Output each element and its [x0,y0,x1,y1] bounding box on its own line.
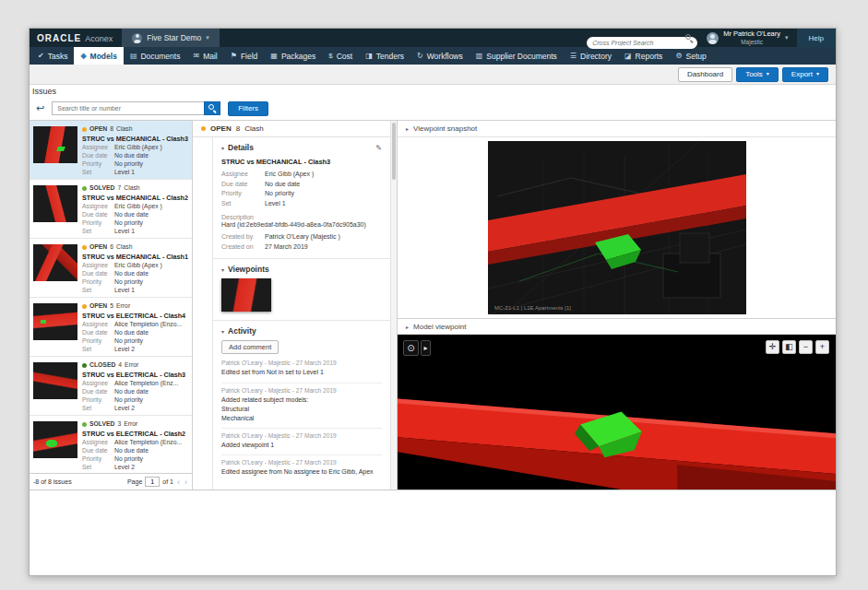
field-value: No due date [265,180,300,190]
set-value: Level 2 [114,405,188,413]
activity-header: Patrick O'Leary - Majestic - 27 March 20… [221,387,382,394]
section-button[interactable]: ◧ [782,340,796,354]
help-link[interactable]: Help [797,29,836,47]
issue-fields: Assignee Eric Gibb (Apex ) Due date No d… [221,170,382,208]
viewpoint-snapshot-image[interactable]: MC-Z1-L1 | L1E Apartments [1] [488,141,746,314]
prev-page-icon[interactable]: ‹ [176,478,181,487]
tab-models[interactable]: ◈ Models [74,47,123,65]
tools-button[interactable]: Tools▾ [736,67,779,82]
due-date-value: No due date [114,388,188,396]
user-menu[interactable]: Mr Patrick O'Leary Majestic ▾ [707,30,788,45]
created-on-value: 27 March 2019 [265,242,308,253]
viewpoints-section-title: Viewpoints [228,265,269,274]
priority-label: Priority [82,396,113,405]
tab-directory[interactable]: ☰ Directory [564,47,618,65]
set-label: Set [82,169,113,177]
issue-list: OPEN 8 Clash STRUC vs MECHANICAL - Clash… [30,121,192,473]
issue-number: 4 [118,361,122,370]
export-button[interactable]: Export▾ [782,67,828,82]
assignee-label: Assignee [82,439,113,447]
tab-documents[interactable]: ▤ Documents [124,47,187,65]
scrollbar[interactable] [390,121,397,490]
tab-field[interactable]: ⚑ Field [224,47,265,65]
set-label: Set [82,228,113,236]
issue-thumbnail [33,362,77,399]
issue-status: OPEN [89,243,107,252]
scrollbar-thumb[interactable] [392,123,396,180]
created-on-label: Created on [221,242,262,253]
chevron-down-icon[interactable]: ▾ [221,328,224,335]
cross-project-search-input[interactable] [587,37,697,49]
tab-tenders[interactable]: ◨ Tenders [359,47,410,65]
details-content: ▾ Details ✎ STRUC vs MECHANICAL - Clash3… [213,137,390,490]
issue-meta: OPEN 6 Clash STRUC vs MECHANICAL - Clash… [82,243,188,293]
issue-thumbnail [33,126,77,163]
visibility-eye-button[interactable]: ⊙ [403,340,419,356]
issue-status: SOLVED [89,184,114,193]
issue-number: 7 [117,184,121,193]
chevron-down-icon[interactable]: ▾ [221,145,224,151]
issue-list-item[interactable]: OPEN 6 Clash STRUC vs MECHANICAL - Clash… [30,239,192,298]
status-dot [82,304,87,309]
activity-entry: Patrick O'Leary - Majestic - 27 March 20… [221,384,382,429]
issue-details-body: ▾ Details ✎ STRUC vs MECHANICAL - Clash3… [193,137,397,490]
viewpoint-snapshot-header[interactable]: ▸ Viewpoint snapshot [398,121,836,137]
zoom-out-button[interactable]: − [799,340,813,354]
tab-label: Models [90,52,117,61]
assignee-label: Assignee [82,380,113,388]
issue-list-item[interactable]: SOLVED 7 Clash STRUC vs MECHANICAL - Cla… [30,180,192,239]
tab-mail[interactable]: ✉ Mail [186,47,223,65]
issue-number: 5 [110,302,113,311]
tab-setup[interactable]: ⚙ Setup [669,47,712,65]
issue-title: STRUC vs MECHANICAL - Clash2 [82,194,188,202]
search-button[interactable] [204,101,220,115]
tab-packages[interactable]: ▦ Packages [264,47,322,65]
search-icon[interactable] [685,34,694,42]
issue-list-item[interactable]: SOLVED 3 Error STRUC vs ELECTRICAL - Cla… [30,416,192,473]
filters-button[interactable]: Filters [228,101,268,116]
issue-type: Clash [116,125,132,134]
issue-search-input[interactable] [52,101,204,115]
tab-reports[interactable]: ◪ Reports [618,47,669,65]
zoom-in-button[interactable]: + [815,340,829,354]
chevron-right-icon: ▸ [406,324,409,330]
brand-aconex: Aconex [85,34,113,43]
set-label: Set [82,464,113,472]
dashboard-button[interactable]: Dashboard [678,67,732,82]
viewpoint-snapshot-title: Viewpoint snapshot [413,124,477,133]
issue-list-item[interactable]: OPEN 5 Error STRUC vs ELECTRICAL - Clash… [30,298,192,357]
issue-list-item[interactable]: CLOSED 4 Error STRUC vs ELECTRICAL - Cla… [30,357,192,416]
tab-label: Mail [203,52,218,61]
issue-list-item[interactable]: OPEN 8 Clash STRUC vs MECHANICAL - Clash… [30,121,192,180]
pan-button[interactable]: ✛ [766,340,779,354]
issue-title: STRUC vs MECHANICAL - Clash3 [82,135,188,143]
chevron-down-icon[interactable]: ▾ [221,266,224,273]
bottom-filler [30,490,836,575]
tab-supplier-documents[interactable]: ▥ Supplier Documents [470,47,564,65]
issue-meta: OPEN 5 Error STRUC vs ELECTRICAL - Clash… [82,302,188,352]
page-input[interactable] [145,477,160,487]
issues-pagination: -8 of 8 issues Page of 1 ‹ › [30,473,192,490]
collapse-panel-icon[interactable]: ↩ [36,103,44,113]
project-selector[interactable]: Five Star Demo ▾ [122,29,220,47]
viewpoint-thumbnail[interactable] [221,278,271,312]
edit-icon[interactable]: ✎ [375,144,382,152]
tab-label: Packages [281,52,315,61]
chevron-down-icon: ▾ [816,71,819,78]
model-viewport[interactable]: ⊙ ▸ ✛ ◧ − + [398,335,836,490]
priority-label: Priority [82,160,113,169]
expand-controls-icon[interactable]: ▸ [421,340,431,356]
oracle-aconex-logo: ORACLE Aconex [30,33,122,43]
tab-label: Setup [686,52,707,61]
issue-meta: CLOSED 4 Error STRUC vs ELECTRICAL - Cla… [82,361,188,411]
tab-workflows[interactable]: ↻ Workflows [410,47,470,65]
next-page-icon[interactable]: › [184,478,188,487]
issue-title: STRUC vs ELECTRICAL - Clash2 [82,430,188,438]
tab-cost[interactable]: $ Cost [322,47,359,65]
page-of-label: of 1 [162,478,173,485]
activity-text: Added related subject models: Structural… [221,395,382,423]
add-comment-button[interactable]: Add comment [221,340,279,354]
model-viewpoint-header[interactable]: ▸ Model viewpoint [398,318,836,335]
tab-tasks[interactable]: ✔ Tasks [31,47,74,65]
details-section: ▾ Details ✎ STRUC vs MECHANICAL - Clash3… [213,137,390,259]
